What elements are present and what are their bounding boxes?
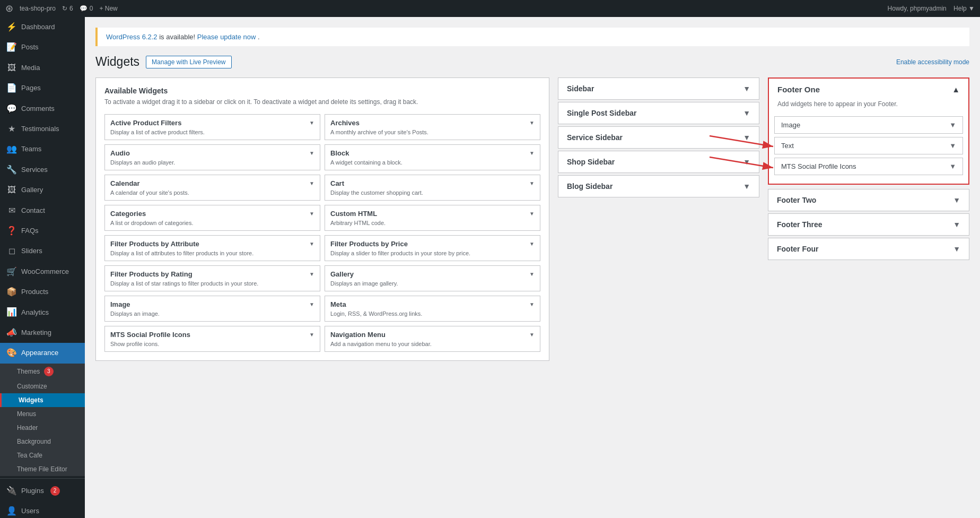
sidebar-item-services[interactable]: 🔧 Services [0, 160, 85, 180]
sidebar-item-teams[interactable]: 👥 Teams [0, 139, 85, 159]
expand-icon[interactable]: ▼ [309, 301, 314, 307]
sidebar-item-comments[interactable]: 💬 Comments [0, 99, 85, 119]
posts-icon: 📝 [6, 41, 17, 53]
expand-icon[interactable]: ▼ [309, 211, 314, 217]
expand-icon[interactable]: ▼ [309, 120, 314, 126]
submenu-header[interactable]: Header [0, 421, 85, 435]
media-icon: 🖼 [6, 62, 17, 74]
sidebar-widget-single-post[interactable]: Single Post Sidebar ▼ [558, 102, 759, 124]
sidebar-widget-blog[interactable]: Blog Sidebar ▼ [558, 175, 759, 197]
themes-badge: 3 [44, 367, 54, 376]
chevron-down-icon: ▼ [953, 220, 960, 229]
available-widgets-desc: To activate a widget drag it to a sideba… [104, 98, 540, 106]
live-preview-button[interactable]: Manage with Live Preview [146, 56, 231, 68]
help-button[interactable]: Help ▼ [953, 5, 975, 12]
available-widgets-section: Available Widgets To activate a widget d… [95, 77, 549, 361]
widget-item[interactable]: Filter Products by Rating ▼ Display a li… [104, 265, 320, 291]
analytics-icon: 📊 [6, 306, 17, 318]
please-update-link[interactable]: Please update now [197, 33, 256, 41]
widget-item[interactable]: Custom HTML ▼ Arbitrary HTML code. [325, 205, 540, 231]
footer-two-panel: Footer Two ▼ [768, 189, 969, 211]
comment-icon: 💬 [80, 5, 88, 12]
expand-icon[interactable]: ▼ [529, 301, 535, 307]
expand-icon[interactable]: ▼ [309, 180, 314, 186]
sidebar-item-plugins[interactable]: 🔌 Plugins 2 [0, 481, 85, 501]
expand-icon[interactable]: ▼ [309, 241, 314, 247]
widget-item[interactable]: Filter Products by Attribute ▼ Display a… [104, 235, 320, 261]
expand-icon[interactable]: ▼ [529, 271, 535, 277]
contact-icon: ✉ [6, 205, 17, 217]
woocommerce-icon: 🛒 [6, 266, 17, 278]
expand-icon[interactable]: ▼ [309, 150, 314, 156]
plugins-badge: 2 [50, 486, 60, 496]
expand-icon[interactable]: ▼ [529, 332, 535, 338]
new-item[interactable]: + New [99, 5, 117, 12]
sidebar-widget-service[interactable]: Service Sidebar ▼ [558, 126, 759, 149]
widget-item[interactable]: MTS Social Profile Icons ▼ Show profile … [104, 326, 320, 352]
expand-icon[interactable]: ▼ [529, 180, 535, 186]
sidebar-item-users[interactable]: 👤 Users [0, 501, 85, 518]
site-name[interactable]: tea-shop-pro [20, 5, 56, 12]
comments-item[interactable]: 💬 0 [80, 5, 93, 12]
widget-item[interactable]: Archives ▼ A monthly archive of your sit… [325, 114, 540, 140]
wordpress-version-link[interactable]: WordPress 6.2.2 [106, 33, 158, 41]
widget-item[interactable]: Meta ▼ Login, RSS, & WordPress.org links… [325, 296, 540, 322]
sidebar-item-contact[interactable]: ✉ Contact [0, 201, 85, 221]
chevron-down-icon: ▼ [743, 158, 750, 166]
sidebar-item-dashboard[interactable]: ⚡ Dashboard [0, 17, 85, 37]
sidebar-item-faqs[interactable]: ❓ FAQs [0, 221, 85, 241]
content-area: Available Widgets To activate a widget d… [95, 77, 969, 369]
submenu-menus[interactable]: Menus [0, 407, 85, 421]
widget-item[interactable]: Calendar ▼ A calendar of your site's pos… [104, 175, 320, 201]
expand-icon[interactable]: ▼ [529, 241, 535, 247]
updates-item[interactable]: ↻ 6 [62, 5, 73, 12]
plugins-icon: 🔌 [6, 485, 17, 497]
sidebar-item-media[interactable]: 🖼 Media [0, 58, 85, 78]
sidebar-item-products[interactable]: 📦 Products [0, 282, 85, 302]
widget-item[interactable]: Gallery ▼ Displays an image gallery. [325, 265, 540, 291]
widget-item[interactable]: Image ▼ Displays an image. [104, 296, 320, 322]
pages-icon: 📄 [6, 82, 17, 94]
chevron-down-icon: ▼ [949, 142, 956, 150]
expand-icon[interactable]: ▼ [309, 271, 314, 277]
footer-four-header[interactable]: Footer Four ▼ [768, 238, 969, 260]
chevron-down-icon: ▼ [743, 133, 750, 142]
sidebar-item-testimonials[interactable]: ★ Testimonials [0, 119, 85, 139]
sidebar-item-appearance[interactable]: 🎨 Appearance [0, 343, 85, 363]
submenu-customize[interactable]: Customize [0, 379, 85, 393]
footer-widget-mts[interactable]: MTS Social Profile Icons ▼ [774, 158, 963, 175]
sidebar-item-marketing[interactable]: 📣 Marketing [0, 323, 85, 343]
sidebar-item-analytics[interactable]: 📊 Analytics [0, 302, 85, 322]
footer-widget-text[interactable]: Text ▼ [774, 137, 963, 154]
sidebar-item-woocommerce[interactable]: 🛒 WooCommerce [0, 262, 85, 282]
widget-item[interactable]: Filter Products by Price ▼ Display a sli… [325, 235, 540, 261]
submenu-background[interactable]: Background [0, 435, 85, 448]
expand-icon[interactable]: ▼ [529, 150, 535, 156]
expand-icon[interactable]: ▼ [309, 332, 314, 338]
accessibility-link[interactable]: Enable accessibility mode [896, 58, 969, 66]
sidebar-item-gallery[interactable]: 🖼 Gallery [0, 180, 85, 200]
sidebar-item-pages[interactable]: 📄 Pages [0, 78, 85, 98]
submenu-tea-cafe[interactable]: Tea Cafe [0, 448, 85, 462]
submenu-themes[interactable]: Themes 3 [0, 364, 85, 379]
faqs-icon: ❓ [6, 225, 17, 237]
footer-one-header[interactable]: Footer One ▲ [769, 79, 968, 100]
footer-three-header[interactable]: Footer Three ▼ [768, 214, 969, 235]
submenu-widgets[interactable]: Widgets [0, 393, 85, 407]
widget-item[interactable]: Audio ▼ Displays an audio player. [104, 144, 320, 170]
expand-icon[interactable]: ▼ [529, 211, 535, 217]
sidebar-item-posts[interactable]: 📝 Posts [0, 37, 85, 57]
widget-item[interactable]: Active Product Filters ▼ Display a list … [104, 114, 320, 140]
sidebar-item-sliders[interactable]: ◻ Sliders [0, 241, 85, 261]
widget-item[interactable]: Cart ▼ Display the customer shopping car… [325, 175, 540, 201]
footer-four-panel: Footer Four ▼ [768, 238, 969, 260]
widget-item[interactable]: Categories ▼ A list or dropdown of categ… [104, 205, 320, 231]
sidebar-widget-shop[interactable]: Shop Sidebar ▼ [558, 151, 759, 173]
footer-two-header[interactable]: Footer Two ▼ [768, 189, 969, 211]
sidebar-widget-sidebar[interactable]: Sidebar ▼ [558, 77, 759, 100]
footer-widget-image[interactable]: Image ▼ [774, 116, 963, 134]
submenu-theme-file-editor[interactable]: Theme File Editor [0, 462, 85, 476]
expand-icon[interactable]: ▼ [529, 120, 535, 126]
widget-item[interactable]: Block ▼ A widget containing a block. [325, 144, 540, 170]
widget-item[interactable]: Navigation Menu ▼ Add a navigation menu … [325, 326, 540, 352]
